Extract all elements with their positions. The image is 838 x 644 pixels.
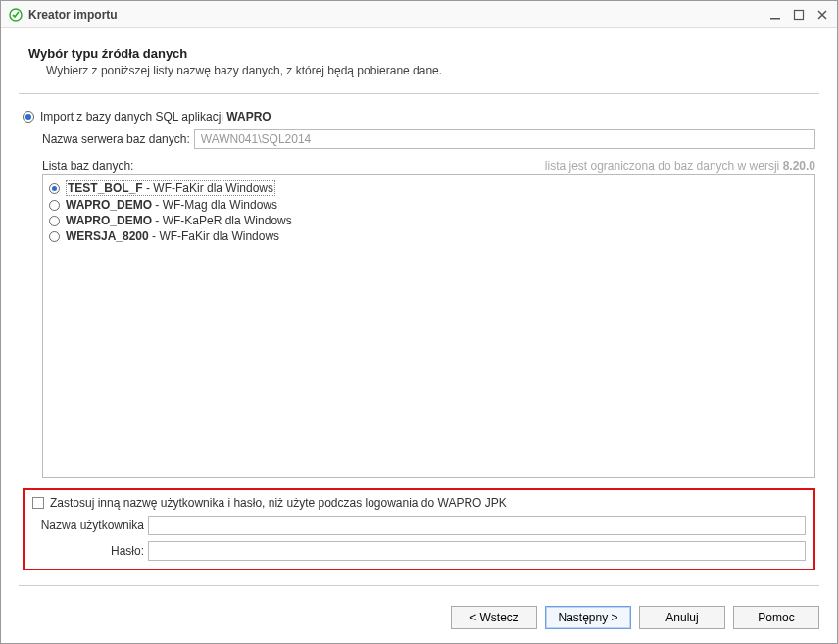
db-list[interactable]: TEST_BOL_F - WF-FaKir dla WindowsWAPRO_D… xyxy=(42,174,815,478)
password-row: Hasło: xyxy=(32,541,806,561)
cancel-button[interactable]: Anuluj xyxy=(639,606,725,629)
checkbox-icon xyxy=(32,497,44,509)
server-row: Nazwa serwera baz danych: xyxy=(42,129,815,149)
password-label: Hasło: xyxy=(32,544,148,558)
back-button[interactable]: < Wstecz xyxy=(451,606,537,629)
import-wizard-window: Kreator importu Wybór typu źródła danych… xyxy=(0,0,838,644)
radio-icon xyxy=(49,183,60,194)
radio-icon xyxy=(49,216,60,226)
source-radio-wapro[interactable]: Import z bazy danych SQL aplikacji WAPRO xyxy=(23,110,815,124)
radio-icon xyxy=(23,111,34,123)
db-item-text: TEST_BOL_F - WF-FaKir dla Windows xyxy=(66,180,275,196)
db-list-label: Lista baz danych: xyxy=(42,159,133,173)
server-label: Nazwa serwera baz danych: xyxy=(42,132,190,146)
username-label: Nazwa użytkownika xyxy=(32,519,148,532)
db-item-text: WERSJA_8200 - WF-FaKir dla Windows xyxy=(66,229,279,243)
db-item-text: WAPRO_DEMO - WF-Mag dla Windows xyxy=(66,198,277,212)
db-list-limit: lista jest ograniczona do baz danych w w… xyxy=(545,159,815,173)
wizard-footer: < Wstecz Następny > Anuluj Pomoc xyxy=(1,606,837,643)
username-input[interactable] xyxy=(148,516,806,535)
username-row: Nazwa użytkownika xyxy=(32,516,806,535)
db-list-item[interactable]: WAPRO_DEMO - WF-KaPeR dla Windows xyxy=(49,213,809,228)
wizard-header: Wybór typu źródła danych Wybierz z poniż… xyxy=(19,40,819,87)
radio-icon xyxy=(49,200,60,211)
db-list-header: Lista baz danych: lista jest ograniczona… xyxy=(42,159,815,173)
window-title: Kreator importu xyxy=(28,8,768,22)
minimize-button[interactable] xyxy=(768,8,782,22)
server-input[interactable] xyxy=(194,129,815,149)
separator xyxy=(19,93,819,94)
page-title: Wybór typu źródła danych xyxy=(28,46,819,61)
svg-rect-2 xyxy=(795,10,804,19)
page-subtitle: Wybierz z poniższej listy nazwę bazy dan… xyxy=(28,64,819,77)
svg-rect-1 xyxy=(770,18,780,20)
source-radio-label: Import z bazy danych SQL aplikacji WAPRO xyxy=(40,110,271,124)
radio-icon xyxy=(49,231,60,242)
main-area: Import z bazy danych SQL aplikacji WAPRO… xyxy=(19,110,819,573)
maximize-button[interactable] xyxy=(792,8,806,22)
password-input[interactable] xyxy=(148,541,806,561)
next-button[interactable]: Następny > xyxy=(545,606,631,629)
close-button[interactable] xyxy=(815,8,829,22)
content-area: Wybór typu źródła danych Wybierz z poniż… xyxy=(1,28,837,606)
help-button[interactable]: Pomoc xyxy=(733,606,819,629)
credentials-box: Zastosuj inną nazwę użytkownika i hasło,… xyxy=(23,488,815,570)
app-icon xyxy=(9,8,23,22)
db-list-item[interactable]: WERSJA_8200 - WF-FaKir dla Windows xyxy=(49,228,809,244)
titlebar[interactable]: Kreator importu xyxy=(1,1,837,28)
separator-bottom xyxy=(19,585,819,586)
db-item-text: WAPRO_DEMO - WF-KaPeR dla Windows xyxy=(66,214,292,227)
db-list-item[interactable]: TEST_BOL_F - WF-FaKir dla Windows xyxy=(49,179,809,197)
window-controls xyxy=(768,8,829,22)
checkbox-label: Zastosuj inną nazwę użytkownika i hasło,… xyxy=(50,496,507,510)
db-list-item[interactable]: WAPRO_DEMO - WF-Mag dla Windows xyxy=(49,197,809,213)
use-other-credentials-checkbox[interactable]: Zastosuj inną nazwę użytkownika i hasło,… xyxy=(32,496,806,510)
